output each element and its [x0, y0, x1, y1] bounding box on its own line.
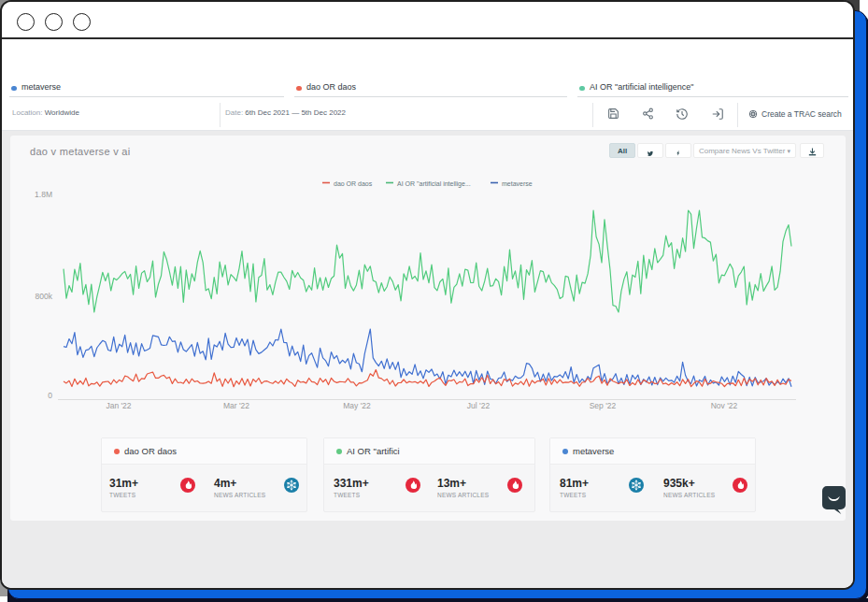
svg-text:Jan '22: Jan '22 [106, 401, 131, 410]
svg-text:Sep '22: Sep '22 [590, 401, 617, 410]
svg-text:0: 0 [48, 391, 52, 400]
svg-text:metaverse: metaverse [502, 180, 533, 187]
svg-text:May '22: May '22 [343, 401, 371, 410]
svg-text:800k: 800k [36, 292, 53, 301]
svg-text:1.8M: 1.8M [35, 190, 52, 199]
svg-text:AI OR "artificial intellige...: AI OR "artificial intellige... [397, 180, 471, 188]
svg-text:dao OR daos: dao OR daos [334, 180, 373, 187]
svg-text:Mar '22: Mar '22 [223, 401, 249, 410]
svg-text:Jul '22: Jul '22 [467, 401, 491, 410]
svg-text:Nov '22: Nov '22 [711, 401, 738, 410]
